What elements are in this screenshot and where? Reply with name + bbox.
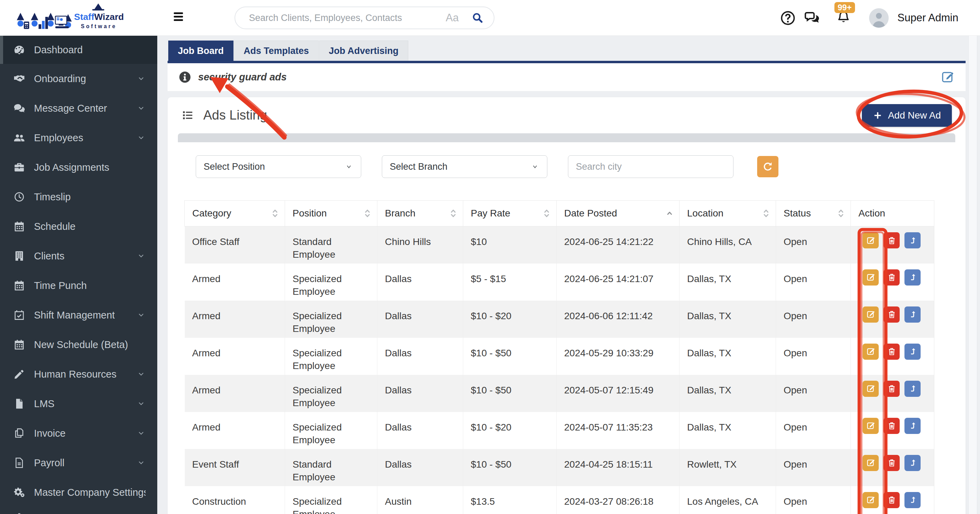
sidebar-item-label: Message Center [34,103,107,114]
edit-icon [866,236,876,245]
refresh-button[interactable] [757,156,778,177]
cell-category: Armed [185,338,285,375]
position-select-value: Select Position [204,161,265,172]
tab-job-advertising[interactable]: Job Advertising [319,40,408,61]
briefcase-icon [13,161,25,174]
upload-button[interactable] [904,343,921,360]
edit-button[interactable] [862,418,879,434]
sidebar-item-partial[interactable] [0,507,157,514]
column-header-position[interactable]: Position [285,201,377,227]
sidebar-item-shift-management[interactable]: Shift Management [0,300,157,330]
upload-button[interactable] [904,455,921,471]
sidebar-item-time-punch[interactable]: Time Punch [0,271,157,300]
upload-button[interactable] [904,232,921,248]
column-header-category[interactable]: Category [185,201,285,227]
edit-icon [866,347,876,356]
branch-select[interactable]: Select Branch [382,155,547,178]
page-title: Ads Listing [203,108,267,123]
position-select[interactable]: Select Position [196,155,361,178]
sidebar-item-human-resources[interactable]: Human Resources [0,359,157,389]
column-header-action[interactable]: Action [851,201,934,227]
column-header-pay-rate[interactable]: Pay Rate [463,201,557,227]
top-bar: StaffWizard Software Search Clients, Emp… [0,0,980,36]
sidebar-item-label: Payroll [34,457,65,469]
case-sensitivity-hint[interactable]: Aa [446,12,459,24]
cell-position: Specialized Employee [285,486,377,514]
cell-pay-rate: $10 - $20 [463,301,557,338]
column-header-status[interactable]: Status [776,201,851,227]
sidebar-item-master-company-settings[interactable]: Master Company Settings [0,477,157,507]
delete-button[interactable] [883,232,900,248]
upload-button[interactable] [904,381,921,397]
sort-both-icon [835,208,846,219]
ads-table: CategoryPositionBranchPay RateDate Poste… [185,200,934,514]
card-body: Select Position Select Branch [167,155,966,514]
cell-actions [851,338,934,375]
upload-button[interactable] [904,306,921,322]
tab-job-board[interactable]: Job Board [168,40,234,61]
trash-icon [887,495,897,505]
upload-button[interactable] [904,269,921,286]
cell-position: Standard Employee [285,227,377,263]
edit-button[interactable] [862,269,879,286]
delete-button[interactable] [883,306,900,322]
search-city-input[interactable] [568,155,733,178]
add-new-ad-button[interactable]: Add New Ad [862,104,952,127]
sidebar-item-job-assignments[interactable]: Job Assignments [0,153,157,182]
delete-button[interactable] [883,343,900,360]
delete-button[interactable] [883,492,900,508]
edit-button[interactable] [862,492,879,508]
delete-button[interactable] [883,381,900,397]
edit-button[interactable] [862,455,879,471]
sidebar-item-timeslip[interactable]: Timeslip [0,182,157,212]
sidebar-item-invoice[interactable]: Invoice [0,418,157,448]
sidebar-item-lms[interactable]: LMS [0,389,157,418]
tab-ads-templates[interactable]: Ads Templates [234,40,319,61]
sidebar-item-new-schedule-beta[interactable]: New Schedule (Beta) [0,330,157,359]
chat-icon[interactable] [803,9,821,26]
trash-icon [887,421,897,431]
cell-category: Event Staff [185,449,285,486]
trash-icon [887,347,897,356]
notifications-bell[interactable]: 99+ [836,10,851,26]
delete-button[interactable] [883,455,900,471]
user-name[interactable]: Super Admin [897,12,959,24]
cell-location: Dallas, TX [679,263,776,301]
cell-branch: Austin [377,486,463,514]
edit-info-icon[interactable] [940,70,955,85]
column-header-branch[interactable]: Branch [377,201,463,227]
sidebar-item-schedule[interactable]: Schedule [0,212,157,241]
column-header-date-posted[interactable]: Date Posted [557,201,679,227]
scrollbar-track[interactable] [968,36,977,514]
sidebar-item-dashboard[interactable]: Dashboard [0,36,157,64]
global-search-input[interactable]: Search Clients, Employees, Contacts Aa [234,6,495,29]
sidebar-item-label: Time Punch [34,280,87,291]
edit-button[interactable] [862,306,879,322]
edit-button[interactable] [862,381,879,397]
sidebar-item-employees[interactable]: Employees [0,123,157,153]
delete-button[interactable] [883,418,900,434]
sidebar-item-onboarding[interactable]: Onboarding [0,64,157,93]
edit-button[interactable] [862,343,879,360]
edit-button[interactable] [862,232,879,248]
ads-listing-card: Ads Listing Add New Ad Select Position S… [167,97,966,514]
column-header-location[interactable]: Location [679,201,776,227]
cell-category: Construction [185,486,285,514]
help-icon[interactable] [780,10,796,26]
search-icon[interactable] [471,11,484,24]
sidebar-item-payroll[interactable]: Payroll [0,448,157,477]
sidebar: DashboardOnboardingMessage CenterEmploye… [0,36,157,514]
avatar[interactable] [869,8,889,28]
sidebar-item-message-center[interactable]: Message Center [0,93,157,123]
delete-button[interactable] [883,269,900,286]
sidebar-item-label: New Schedule (Beta) [34,339,128,350]
filters-row: Select Position Select Branch [196,155,949,178]
cell-status: Open [776,486,851,514]
sidebar-item-clients[interactable]: Clients [0,241,157,271]
hamburger-icon[interactable] [174,12,188,24]
upload-button[interactable] [904,492,921,508]
comments-icon [13,102,25,115]
upload-button[interactable] [904,418,921,434]
cell-pay-rate: $10 - $50 [463,375,557,412]
staffwizard-logo: StaffWizard Software [15,2,129,34]
